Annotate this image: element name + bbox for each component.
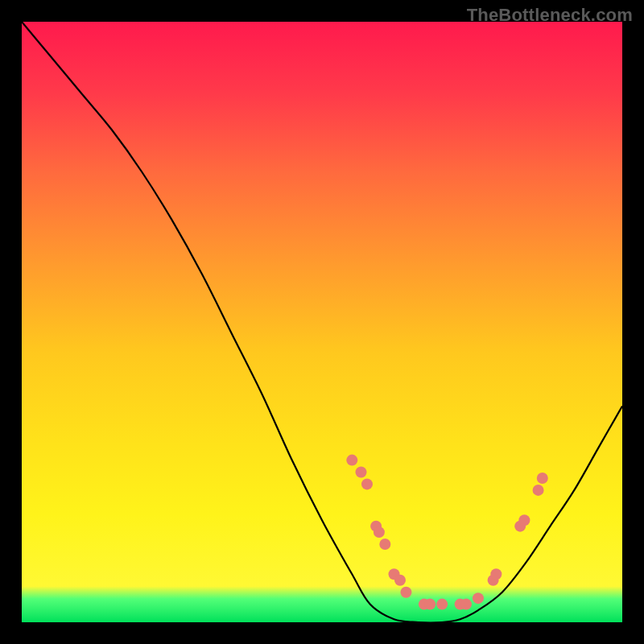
highlight-dot [379, 539, 390, 550]
gradient-background [22, 22, 622, 622]
highlight-dot [490, 568, 502, 580]
highlight-dot [424, 599, 436, 610]
watermark-text: TheBottleneck.com [467, 5, 633, 26]
highlight-dot [394, 575, 406, 586]
green-band [22, 586, 622, 622]
highlight-dot [518, 514, 530, 526]
highlight-dot [361, 478, 373, 489]
highlight-dot [436, 599, 448, 610]
highlight-dot [473, 592, 484, 604]
highlight-dot [374, 526, 385, 538]
highlight-dot [346, 455, 357, 466]
highlight-dot [355, 467, 366, 478]
highlight-dot [533, 485, 544, 496]
highlight-dot [460, 599, 472, 610]
highlight-dot [400, 587, 411, 598]
chart-svg [22, 22, 622, 622]
highlight-dot [537, 473, 548, 484]
chart-plot-area [22, 22, 622, 622]
